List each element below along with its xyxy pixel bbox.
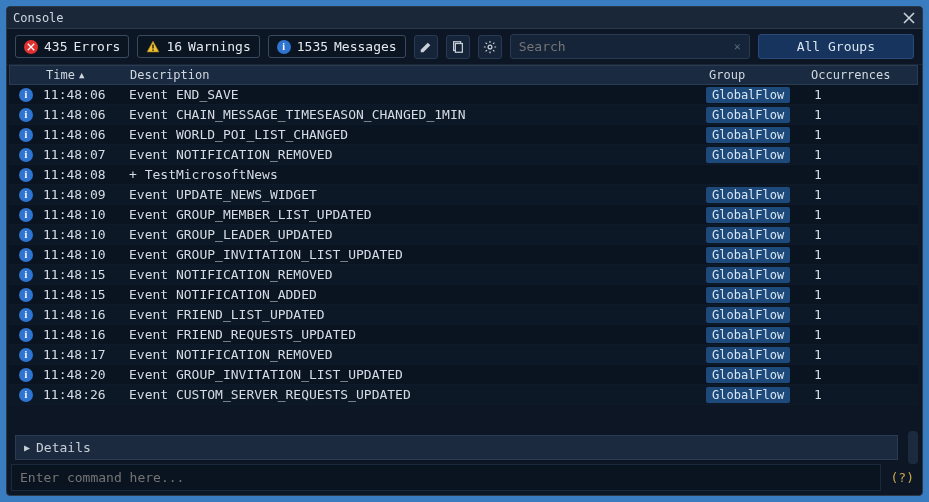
- errors-filter[interactable]: 435 Errors: [15, 35, 129, 58]
- group-badge[interactable]: GlobalFlow: [706, 367, 790, 383]
- cell-time: 11:48:17: [43, 347, 125, 362]
- warnings-filter[interactable]: 16 Warnings: [137, 35, 259, 58]
- cell-group: GlobalFlow: [706, 387, 808, 403]
- cell-group: GlobalFlow: [706, 347, 808, 363]
- cell-occurrences: 1: [808, 107, 918, 122]
- edit-button[interactable]: [414, 35, 438, 59]
- table-row[interactable]: 11:48:09Event UPDATE_NEWS_WIDGETGlobalFl…: [9, 185, 918, 205]
- cell-description: Event NOTIFICATION_ADDED: [125, 287, 706, 302]
- console-window: Console 435 Errors 16 Warnings 1535 Mess…: [6, 6, 923, 496]
- sort-asc-icon: ▲: [79, 70, 84, 80]
- col-occurrences[interactable]: Occurrences: [807, 68, 917, 82]
- details-label: Details: [36, 440, 91, 455]
- cell-group: GlobalFlow: [706, 247, 808, 263]
- cell-description: Event NOTIFICATION_REMOVED: [125, 147, 706, 162]
- search-input[interactable]: [519, 39, 734, 54]
- command-input[interactable]: [11, 464, 881, 491]
- col-description[interactable]: Description: [126, 68, 705, 82]
- messages-filter[interactable]: 1535 Messages: [268, 35, 406, 58]
- command-bar: (?): [11, 464, 918, 491]
- info-icon: [277, 40, 291, 54]
- info-icon: [19, 168, 33, 182]
- table-row[interactable]: 11:48:06Event WORLD_POI_LIST_CHANGEDGlob…: [9, 125, 918, 145]
- group-badge[interactable]: GlobalFlow: [706, 327, 790, 343]
- table-row[interactable]: 11:48:16Event FRIEND_REQUESTS_UPDATEDGlo…: [9, 325, 918, 345]
- table-row[interactable]: 11:48:10Event GROUP_INVITATION_LIST_UPDA…: [9, 245, 918, 265]
- info-icon: [19, 108, 33, 122]
- cell-occurrences: 1: [808, 387, 918, 402]
- svg-rect-1: [153, 49, 154, 50]
- group-badge[interactable]: GlobalFlow: [706, 207, 790, 223]
- cell-occurrences: 1: [808, 207, 918, 222]
- cell-description: Event FRIEND_REQUESTS_UPDATED: [125, 327, 706, 342]
- info-icon: [19, 248, 33, 262]
- cell-description: Event GROUP_INVITATION_LIST_UPDATED: [125, 367, 706, 382]
- table-row[interactable]: 11:48:20Event GROUP_INVITATION_LIST_UPDA…: [9, 365, 918, 385]
- cell-group: GlobalFlow: [706, 367, 808, 383]
- cell-occurrences: 1: [808, 147, 918, 162]
- cell-group: GlobalFlow: [706, 267, 808, 283]
- group-badge[interactable]: GlobalFlow: [706, 127, 790, 143]
- info-icon: [19, 368, 33, 382]
- group-badge[interactable]: GlobalFlow: [706, 147, 790, 163]
- cell-time: 11:48:10: [43, 207, 125, 222]
- info-icon: [19, 188, 33, 202]
- table-row[interactable]: 11:48:17Event NOTIFICATION_REMOVEDGlobal…: [9, 345, 918, 365]
- cell-time: 11:48:10: [43, 247, 125, 262]
- cell-time: 11:48:10: [43, 227, 125, 242]
- table-row[interactable]: 11:48:06Event END_SAVEGlobalFlow1: [9, 85, 918, 105]
- group-badge[interactable]: GlobalFlow: [706, 87, 790, 103]
- copy-button[interactable]: [446, 35, 470, 59]
- cell-time: 11:48:15: [43, 267, 125, 282]
- table-row[interactable]: 11:48:15Event NOTIFICATION_REMOVEDGlobal…: [9, 265, 918, 285]
- col-group[interactable]: Group: [705, 68, 807, 82]
- cell-group: GlobalFlow: [706, 107, 808, 123]
- cell-group: GlobalFlow: [706, 187, 808, 203]
- warning-icon: [146, 40, 160, 54]
- table-row[interactable]: 11:48:08+ TestMicrosoftNews1: [9, 165, 918, 185]
- cell-description: Event CHAIN_MESSAGE_TIMESEASON_CHANGED_1…: [125, 107, 706, 122]
- error-icon: [24, 40, 38, 54]
- cell-description: Event WORLD_POI_LIST_CHANGED: [125, 127, 706, 142]
- cell-description: Event NOTIFICATION_REMOVED: [125, 347, 706, 362]
- table-row[interactable]: 11:48:10Event GROUP_MEMBER_LIST_UPDATEDG…: [9, 205, 918, 225]
- chevron-right-icon: ▶: [24, 442, 30, 453]
- table-row[interactable]: 11:48:07Event NOTIFICATION_REMOVEDGlobal…: [9, 145, 918, 165]
- group-badge[interactable]: GlobalFlow: [706, 307, 790, 323]
- errors-count: 435: [44, 39, 67, 54]
- details-toggle[interactable]: ▶ Details: [15, 435, 898, 460]
- table-row[interactable]: 11:48:10Event GROUP_LEADER_UPDATEDGlobal…: [9, 225, 918, 245]
- details-scrollbar[interactable]: [908, 431, 918, 464]
- info-icon: [19, 128, 33, 142]
- cell-description: Event CUSTOM_SERVER_REQUESTS_UPDATED: [125, 387, 706, 402]
- groups-dropdown[interactable]: All Groups: [758, 34, 914, 59]
- table-body[interactable]: 11:48:06Event END_SAVEGlobalFlow111:48:0…: [9, 85, 918, 431]
- cell-description: Event GROUP_LEADER_UPDATED: [125, 227, 706, 242]
- cell-group: GlobalFlow: [706, 207, 808, 223]
- group-badge[interactable]: GlobalFlow: [706, 347, 790, 363]
- table-row[interactable]: 11:48:15Event NOTIFICATION_ADDEDGlobalFl…: [9, 285, 918, 305]
- messages-count: 1535: [297, 39, 328, 54]
- group-badge[interactable]: GlobalFlow: [706, 187, 790, 203]
- help-icon[interactable]: (?): [887, 470, 918, 485]
- cell-occurrences: 1: [808, 287, 918, 302]
- close-icon[interactable]: [902, 11, 916, 25]
- group-badge[interactable]: GlobalFlow: [706, 387, 790, 403]
- window-title: Console: [13, 11, 64, 25]
- group-badge[interactable]: GlobalFlow: [706, 227, 790, 243]
- cell-time: 11:48:15: [43, 287, 125, 302]
- table-row[interactable]: 11:48:16Event FRIEND_LIST_UPDATEDGlobalF…: [9, 305, 918, 325]
- col-time[interactable]: Time ▲: [44, 68, 126, 82]
- table-row[interactable]: 11:48:06Event CHAIN_MESSAGE_TIMESEASON_C…: [9, 105, 918, 125]
- group-badge[interactable]: GlobalFlow: [706, 287, 790, 303]
- cell-description: Event UPDATE_NEWS_WIDGET: [125, 187, 706, 202]
- table-row[interactable]: 11:48:26Event CUSTOM_SERVER_REQUESTS_UPD…: [9, 385, 918, 405]
- cell-occurrences: 1: [808, 187, 918, 202]
- group-badge[interactable]: GlobalFlow: [706, 247, 790, 263]
- group-badge[interactable]: GlobalFlow: [706, 267, 790, 283]
- group-badge[interactable]: GlobalFlow: [706, 107, 790, 123]
- cell-group: GlobalFlow: [706, 307, 808, 323]
- cell-description: Event NOTIFICATION_REMOVED: [125, 267, 706, 282]
- settings-button[interactable]: [478, 35, 502, 59]
- search-clear-icon[interactable]: ✕: [734, 40, 741, 53]
